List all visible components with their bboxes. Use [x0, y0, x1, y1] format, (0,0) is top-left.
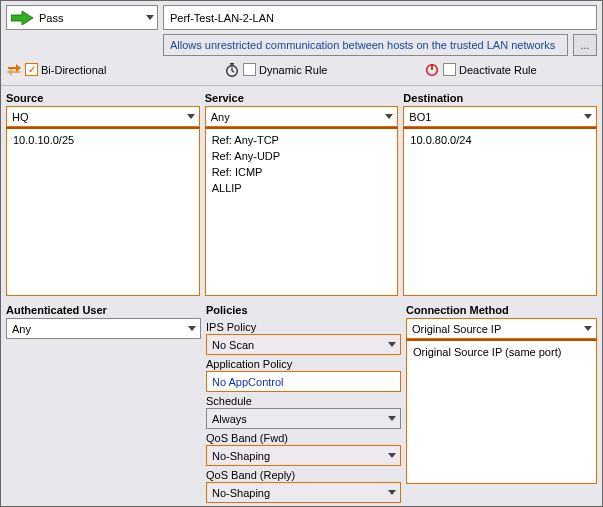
list-item[interactable]: 10.0.10.0/25: [11, 132, 195, 148]
dynamic-rule-checkbox[interactable]: [243, 63, 256, 76]
schedule-label: Schedule: [206, 392, 401, 408]
chevron-down-icon: [387, 483, 397, 502]
bidirectional-label: Bi-Directional: [41, 64, 106, 76]
rule-name-input[interactable]: [163, 5, 597, 30]
svg-marker-0: [11, 11, 33, 25]
list-item[interactable]: Ref: Any-UDP: [210, 148, 394, 164]
chevron-down-icon: [583, 319, 593, 338]
svg-line-6: [232, 71, 234, 72]
list-item[interactable]: 10.0.80.0/24: [408, 132, 592, 148]
description-more-button[interactable]: ...: [573, 34, 597, 56]
app-policy-label: Application Policy: [206, 355, 401, 371]
source-title: Source: [6, 90, 200, 106]
list-item[interactable]: Ref: ICMP: [210, 164, 394, 180]
connection-method-title: Connection Method: [406, 302, 597, 318]
deactivate-rule-checkbox[interactable]: [443, 63, 456, 76]
app-policy-input[interactable]: No AppControl: [206, 371, 401, 392]
destination-title: Destination: [403, 90, 597, 106]
power-icon: [424, 62, 440, 78]
action-label: Pass: [39, 12, 145, 24]
chevron-down-icon: [145, 6, 155, 29]
chevron-down-icon: [583, 107, 593, 126]
svg-marker-10: [385, 114, 393, 119]
bidirectional-checkbox[interactable]: ✓: [25, 63, 38, 76]
chevron-down-icon: [387, 446, 397, 465]
qos-reply-label: QoS Band (Reply): [206, 466, 401, 482]
qos-reply-select[interactable]: No-Shaping: [206, 482, 401, 503]
chevron-down-icon: [186, 107, 196, 126]
svg-marker-12: [188, 326, 196, 331]
qos-fwd-select[interactable]: No-Shaping: [206, 445, 401, 466]
stopwatch-icon: [224, 62, 240, 78]
svg-marker-14: [388, 416, 396, 421]
connection-method-select[interactable]: Original Source IP: [406, 318, 597, 339]
ips-policy-select[interactable]: No Scan: [206, 334, 401, 355]
connection-method-list[interactable]: Original Source IP (same port): [406, 339, 597, 484]
policies-title: Policies: [206, 302, 401, 318]
svg-marker-13: [388, 342, 396, 347]
service-title: Service: [205, 90, 399, 106]
deactivate-rule-label: Deactivate Rule: [459, 64, 537, 76]
ips-policy-label: IPS Policy: [206, 318, 401, 334]
auth-user-select[interactable]: Any: [6, 318, 201, 339]
svg-marker-9: [187, 114, 195, 119]
action-select[interactable]: Pass: [6, 5, 158, 30]
svg-marker-1: [146, 15, 154, 20]
svg-marker-16: [388, 490, 396, 495]
service-select[interactable]: Any: [205, 106, 399, 127]
pass-arrow-icon: [11, 11, 33, 25]
svg-marker-11: [584, 114, 592, 119]
schedule-select[interactable]: Always: [206, 408, 401, 429]
chevron-down-icon: [384, 107, 394, 126]
list-item[interactable]: Original Source IP (same port): [411, 344, 592, 360]
chevron-down-icon: [187, 319, 197, 338]
bidirectional-icon: [6, 62, 22, 78]
rule-description-input[interactable]: [163, 34, 568, 56]
service-list[interactable]: Ref: Any-TCP Ref: Any-UDP Ref: ICMP ALLI…: [205, 127, 399, 296]
destination-list[interactable]: 10.0.80.0/24: [403, 127, 597, 296]
qos-fwd-label: QoS Band (Fwd): [206, 429, 401, 445]
list-item[interactable]: Ref: Any-TCP: [210, 132, 394, 148]
svg-marker-15: [388, 453, 396, 458]
source-list[interactable]: 10.0.10.0/25: [6, 127, 200, 296]
chevron-down-icon: [387, 335, 397, 354]
destination-select[interactable]: BO1: [403, 106, 597, 127]
chevron-down-icon: [387, 409, 397, 428]
svg-rect-3: [230, 63, 234, 65]
list-item[interactable]: ALLIP: [210, 180, 394, 196]
svg-marker-17: [584, 326, 592, 331]
dynamic-rule-label: Dynamic Rule: [259, 64, 327, 76]
source-select[interactable]: HQ: [6, 106, 200, 127]
auth-user-title: Authenticated User: [6, 302, 201, 318]
